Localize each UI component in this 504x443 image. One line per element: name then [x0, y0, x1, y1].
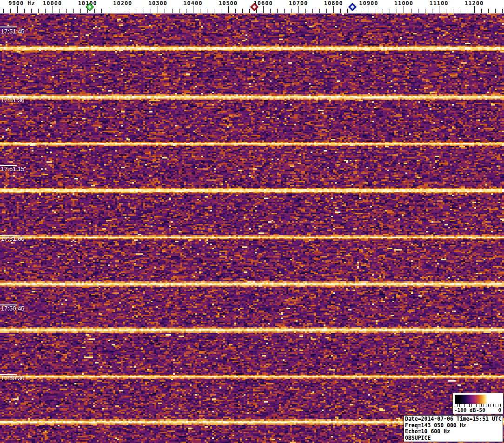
- frequency-axis: 9900 Hz100001010010200103001040010500106…: [0, 0, 504, 13]
- minor-tick: [292, 9, 292, 13]
- minor-tick: [45, 9, 46, 13]
- minor-tick: [31, 9, 32, 13]
- colorbar-tick: [469, 404, 470, 407]
- minor-tick: [207, 9, 207, 13]
- colorbar-tick: [491, 404, 491, 407]
- minor-tick: [326, 9, 327, 13]
- minor-tick: [179, 9, 179, 13]
- minor-tick: [80, 9, 81, 13]
- freq-label-10300: 10300: [148, 0, 167, 7]
- minor-tick: [460, 9, 460, 13]
- info-line: Date=2014-07-06 Time=15:51 UTC: [405, 416, 502, 423]
- minor-tick: [73, 9, 74, 13]
- colorbar-label-mid: -50: [476, 407, 485, 413]
- colorbar-tick: [462, 404, 462, 407]
- minor-tick: [319, 9, 320, 13]
- time-label: 17:51:15: [1, 165, 25, 172]
- freq-label-11000: 11000: [394, 0, 413, 7]
- colorbar-tick: [464, 404, 465, 407]
- colorbar-tick: [474, 404, 474, 407]
- freq-label-10800: 10800: [324, 0, 343, 7]
- minor-tick: [305, 9, 306, 13]
- minor-tick: [172, 9, 172, 13]
- colorbar-tick: [500, 404, 501, 407]
- colorbar-gradient: [455, 395, 500, 404]
- minor-tick: [481, 9, 482, 13]
- major-tick: [439, 6, 439, 13]
- minor-tick: [277, 9, 278, 13]
- waterfall-window: 9900 Hz100001010010200103001040010500106…: [0, 0, 504, 443]
- minor-tick: [235, 9, 236, 13]
- colorbar-tick: [496, 404, 496, 407]
- minor-tick: [397, 9, 397, 13]
- minor-tick: [3, 9, 4, 13]
- colorbar-label-max: 0: [498, 407, 501, 413]
- minor-tick: [453, 9, 453, 13]
- freq-label-10400: 10400: [183, 0, 202, 7]
- freq-label-10000: 10000: [43, 0, 62, 7]
- minor-tick: [446, 9, 446, 13]
- minor-tick: [151, 9, 151, 13]
- major-tick: [474, 6, 475, 13]
- info-line: OBSUPICE: [405, 435, 502, 442]
- spectrogram-canvas[interactable]: [0, 13, 504, 443]
- major-tick: [298, 6, 299, 13]
- minor-tick: [383, 9, 383, 13]
- minor-tick: [347, 9, 348, 13]
- minor-tick: [130, 9, 130, 13]
- minor-tick: [24, 9, 25, 13]
- colorbar-tick: [457, 404, 458, 407]
- colorbar: -100 dB -50 0: [452, 393, 504, 414]
- minor-tick: [242, 9, 243, 13]
- minor-tick: [101, 9, 102, 13]
- colorbar-tick: [476, 404, 477, 407]
- freq-label-11200: 11200: [464, 0, 484, 7]
- minor-tick: [214, 9, 214, 13]
- major-tick: [228, 6, 229, 13]
- major-tick: [333, 6, 334, 13]
- red-marker[interactable]: [250, 3, 259, 11]
- freq-label-10200: 10200: [113, 0, 132, 7]
- time-label: 17:50:45: [1, 305, 25, 312]
- major-tick: [369, 6, 369, 13]
- major-tick: [263, 6, 264, 13]
- colorbar-tick: [471, 404, 472, 407]
- colorbar-ticks: [455, 404, 500, 407]
- freq-label-11100: 11100: [429, 0, 448, 7]
- blue-marker[interactable]: [348, 3, 357, 11]
- minor-tick: [10, 9, 11, 13]
- minor-tick: [186, 9, 186, 13]
- freq-label-10900: 10900: [359, 0, 378, 7]
- minor-tick: [362, 9, 362, 13]
- info-line: Freq=143 050 000 Hz: [405, 423, 502, 429]
- major-tick: [404, 6, 404, 13]
- time-label: 17:50:30: [1, 375, 25, 382]
- minor-tick: [137, 9, 137, 13]
- minor-tick: [38, 9, 39, 13]
- minor-tick: [165, 9, 165, 13]
- major-tick: [17, 6, 18, 13]
- freq-label-9900: 9900 Hz: [8, 0, 35, 7]
- major-tick: [158, 6, 158, 13]
- minor-tick: [200, 9, 200, 13]
- minor-tick: [270, 9, 271, 13]
- minor-tick: [221, 9, 221, 13]
- freq-label-10700: 10700: [289, 0, 308, 7]
- freq-label-10500: 10500: [219, 0, 238, 7]
- colorbar-label-min: -100 dB: [454, 407, 476, 413]
- minor-tick: [312, 9, 313, 13]
- colorbar-tick: [467, 404, 467, 407]
- minor-tick: [495, 9, 496, 13]
- minor-tick: [432, 9, 432, 13]
- time-label: 17:51:00: [1, 235, 25, 242]
- colorbar-tick: [479, 404, 479, 407]
- minor-tick: [94, 9, 95, 13]
- green-marker[interactable]: [86, 3, 94, 11]
- minor-tick: [467, 9, 467, 13]
- minor-tick: [390, 9, 390, 13]
- minor-tick: [116, 9, 116, 13]
- minor-tick: [109, 9, 109, 13]
- colorbar-tick: [498, 404, 498, 407]
- major-tick: [123, 6, 123, 13]
- major-tick: [193, 6, 193, 13]
